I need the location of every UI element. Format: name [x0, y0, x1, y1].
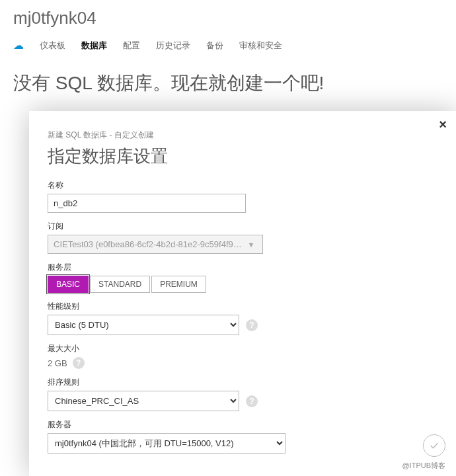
- close-icon[interactable]: ×: [439, 118, 447, 131]
- tier-premium-button[interactable]: PREMIUM: [151, 276, 206, 293]
- tab-audit[interactable]: 审核和安全: [239, 40, 282, 52]
- tab-history[interactable]: 历史记录: [156, 40, 190, 52]
- empty-state-heading: 没有 SQL 数据库。现在就创建一个吧!: [13, 59, 443, 104]
- server-select[interactable]: mj0tfynk04 (中国北部，可用 DTU=15000, V12): [48, 433, 285, 454]
- help-icon[interactable]: ?: [246, 319, 258, 331]
- help-icon[interactable]: ?: [73, 357, 85, 369]
- tab-databases[interactable]: 数据库: [81, 40, 107, 52]
- tab-config[interactable]: 配置: [123, 40, 140, 52]
- tab-bar: ☁ 仪表板 数据库 配置 历史记录 备份 审核和安全: [13, 34, 443, 59]
- confirm-button[interactable]: [423, 434, 445, 457]
- check-icon: [428, 440, 440, 452]
- subscription-value: CIETest03 (e0fbea86-6cf2-4b2d-81e2-9c59f…: [54, 239, 242, 249]
- maxsize-label: 最大大小: [48, 343, 437, 354]
- perf-label: 性能级别: [48, 301, 437, 312]
- create-db-dialog: × 新建 SQL 数据库 - 自定义创建 指定数据库设置 名称 订阅 CIETe…: [29, 111, 456, 476]
- watermark-text: @ITPUB博客: [402, 461, 445, 471]
- tier-standard-button[interactable]: STANDARD: [90, 276, 150, 293]
- subscription-label: 订阅: [48, 221, 437, 232]
- name-label: 名称: [48, 180, 437, 191]
- collation-label: 排序规则: [48, 377, 437, 388]
- tab-backup[interactable]: 备份: [206, 40, 223, 52]
- chevron-down-icon: ▼: [245, 241, 257, 249]
- tier-label: 服务层: [48, 262, 437, 273]
- dialog-title: 指定数据库设置: [48, 145, 437, 168]
- name-input[interactable]: [48, 194, 246, 213]
- server-title: mj0tfynk04: [13, 8, 443, 28]
- tab-dashboard[interactable]: 仪表板: [40, 40, 65, 52]
- maxsize-value: 2 GB: [48, 358, 67, 368]
- dialog-breadcrumb: 新建 SQL 数据库 - 自定义创建: [48, 130, 437, 141]
- help-icon[interactable]: ?: [246, 395, 258, 407]
- perf-select[interactable]: Basic (5 DTU): [48, 315, 239, 335]
- cloud-icon: ☁: [13, 39, 24, 52]
- tier-segmented: BASIC STANDARD PREMIUM: [48, 276, 437, 293]
- subscription-dropdown: CIETest03 (e0fbea86-6cf2-4b2d-81e2-9c59f…: [48, 235, 263, 254]
- tier-basic-button[interactable]: BASIC: [48, 276, 89, 293]
- server-label: 服务器: [48, 419, 437, 430]
- collation-select[interactable]: Chinese_PRC_CI_AS: [48, 391, 239, 411]
